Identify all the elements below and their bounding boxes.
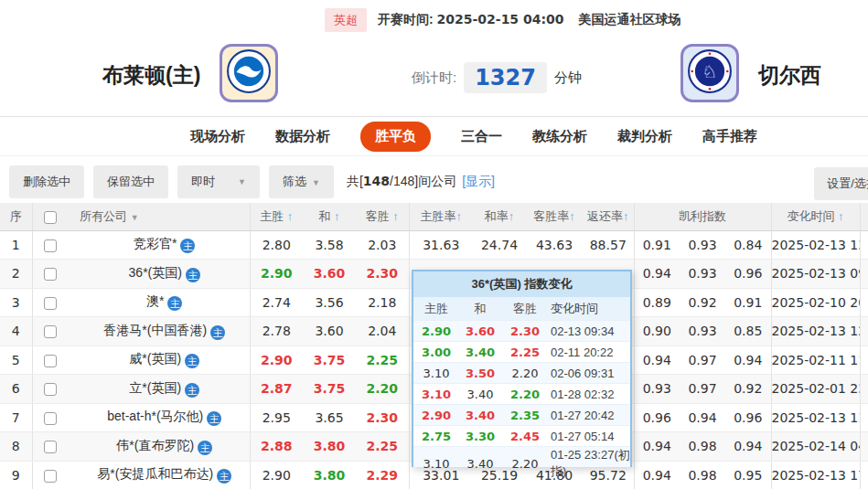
popup-history-row: 2.903.402.3501-27 20:42 xyxy=(413,404,630,425)
nav-tab-3[interactable]: 三合一 xyxy=(461,128,502,145)
company-name[interactable]: 立*(英国)主 xyxy=(69,375,250,404)
row-select-cell[interactable] xyxy=(32,288,69,317)
draw-odds[interactable]: 3.75 xyxy=(303,375,356,404)
popup-header-row: 主胜 和 客胜 变化时间 xyxy=(413,297,630,320)
away-odds[interactable]: 2.25 xyxy=(356,345,409,375)
nav-tab-5[interactable]: 裁判分析 xyxy=(617,128,672,145)
delete-selected-button[interactable]: 删除选中 xyxy=(9,165,84,198)
row-select-cell[interactable] xyxy=(32,403,69,432)
home-badge-icon: 主 xyxy=(207,411,221,426)
draw-odds[interactable]: 3.75 xyxy=(303,345,356,375)
header-away-win[interactable]: 客胜 ↑ xyxy=(356,203,409,230)
company-name[interactable]: 竞彩官*主 xyxy=(69,230,250,260)
company-name[interactable]: 36*(英国)主 xyxy=(69,260,250,289)
row-select-cell[interactable] xyxy=(32,230,69,260)
home-odds[interactable]: 2.87 xyxy=(250,375,303,404)
row-checkbox[interactable] xyxy=(44,383,57,396)
sort-asc-icon[interactable]: ↑ xyxy=(392,209,399,223)
sort-asc-icon[interactable]: ↑ xyxy=(334,209,340,223)
sort-asc-icon[interactable]: ↑ xyxy=(509,209,515,223)
popup-history-row: 3.103.402.2001-28 02:32 xyxy=(413,383,630,404)
countdown: 倒计时: 1327 分钟 xyxy=(412,62,582,93)
away-odds[interactable]: 2.04 xyxy=(356,317,409,346)
draw-odds[interactable]: 3.80 xyxy=(303,461,356,489)
change-time: 2025-02-13 09:34 xyxy=(771,260,860,289)
draw-odds[interactable]: 3.80 xyxy=(303,432,356,462)
home-odds[interactable]: 2.90 xyxy=(250,461,303,489)
away-odds[interactable]: 2.20 xyxy=(356,375,409,404)
kelly-3: 0.85 xyxy=(725,317,771,346)
draw-odds[interactable]: 3.60 xyxy=(303,260,356,289)
row-checkbox[interactable] xyxy=(44,268,57,281)
company-name[interactable]: 伟*(直布罗陀)主 xyxy=(69,432,250,462)
home-odds[interactable]: 2.90 xyxy=(250,260,303,289)
sort-asc-icon[interactable]: ↑ xyxy=(838,209,844,223)
nav-tab-4[interactable]: 教练分析 xyxy=(532,128,587,145)
popup-draw-odds: 3.40 xyxy=(459,409,501,422)
nav-tab-6[interactable]: 高手推荐 xyxy=(702,128,757,145)
header-draw[interactable]: 和 ↑ xyxy=(303,203,356,230)
company-name[interactable]: 威*(英国)主 xyxy=(69,345,250,375)
header-away-rate[interactable]: 客胜率↑ xyxy=(526,203,583,230)
sort-asc-icon[interactable]: ↑ xyxy=(456,209,463,223)
row-select-cell[interactable] xyxy=(32,317,69,346)
header-home-rate[interactable]: 主胜率↑ xyxy=(409,203,473,230)
row-checkbox[interactable] xyxy=(44,325,57,338)
away-odds[interactable]: 2.18 xyxy=(356,288,409,317)
nav-tab-1[interactable]: 数据分析 xyxy=(275,128,330,145)
row-number: 5 xyxy=(0,345,32,375)
home-odds[interactable]: 2.90 xyxy=(250,345,303,375)
kelly-1: 0.90 xyxy=(634,317,680,346)
header-draw-rate[interactable]: 和率↑ xyxy=(473,203,526,230)
row-select-cell[interactable] xyxy=(32,375,69,404)
odds-toolbar: 删除选中 保留选中 即时▼ 筛选▼ 共[148/148]间公司 [显示] 设置/… xyxy=(0,162,868,202)
row-select-cell[interactable] xyxy=(32,260,69,289)
row-select-cell[interactable] xyxy=(32,432,69,462)
row-checkbox[interactable] xyxy=(44,412,57,425)
away-odds[interactable]: 2.29 xyxy=(356,461,409,489)
company-name[interactable]: 易*(安提瓜和巴布达)主 xyxy=(69,461,250,489)
row-checkbox[interactable] xyxy=(44,470,57,483)
row-select-cell[interactable] xyxy=(32,461,69,489)
company-name[interactable]: bet-at-h*(马尔他)主 xyxy=(69,403,250,432)
draw-odds[interactable]: 3.58 xyxy=(303,230,356,260)
extra-cell xyxy=(860,345,868,375)
away-odds[interactable]: 2.25 xyxy=(356,432,409,462)
settings-select-button[interactable]: 设置/选择 xyxy=(814,167,868,200)
home-odds[interactable]: 2.80 xyxy=(250,230,303,260)
away-odds[interactable]: 2.03 xyxy=(356,230,409,260)
company-name[interactable]: 澳*主 xyxy=(69,288,250,317)
home-odds[interactable]: 2.78 xyxy=(250,317,303,346)
show-link[interactable]: [显示] xyxy=(462,174,495,190)
keep-selected-button[interactable]: 保留选中 xyxy=(93,165,168,198)
header-change-time[interactable]: 变化时间 ↑ xyxy=(771,203,860,230)
row-checkbox[interactable] xyxy=(44,239,57,252)
home-odds[interactable]: 2.74 xyxy=(250,288,303,317)
draw-odds[interactable]: 3.60 xyxy=(303,317,356,346)
companies-count-text: 共[148/148]间公司 xyxy=(347,174,456,190)
away-odds[interactable]: 2.30 xyxy=(356,403,409,432)
select-all-checkbox[interactable] xyxy=(44,211,57,224)
row-checkbox[interactable] xyxy=(44,441,57,453)
sort-asc-icon[interactable]: ↑ xyxy=(569,209,575,223)
away-odds[interactable]: 2.30 xyxy=(356,260,409,289)
draw-odds[interactable]: 3.56 xyxy=(303,288,356,317)
row-checkbox[interactable] xyxy=(44,355,57,367)
home-odds[interactable]: 2.88 xyxy=(250,432,303,462)
row-checkbox[interactable] xyxy=(44,297,57,310)
popup-home-odds: 2.90 xyxy=(413,324,459,338)
header-home-win[interactable]: 主胜 ↑ xyxy=(250,203,303,230)
header-select-all[interactable] xyxy=(32,203,69,230)
header-company[interactable]: 所有公司 ▼ xyxy=(69,203,250,230)
company-name[interactable]: 香港马*(中国香港)主 xyxy=(69,317,250,346)
row-select-cell[interactable] xyxy=(32,345,69,375)
home-odds[interactable]: 2.95 xyxy=(250,403,303,432)
sort-asc-icon[interactable]: ↑ xyxy=(287,209,294,223)
instant-select[interactable]: 即时▼ xyxy=(177,165,260,198)
header-return-rate[interactable]: 返还率↑ xyxy=(583,203,634,230)
nav-tab-2[interactable]: 胜平负 xyxy=(360,122,431,152)
filter-button[interactable]: 筛选▼ xyxy=(269,165,334,198)
draw-odds[interactable]: 3.65 xyxy=(303,403,356,432)
sort-asc-icon[interactable]: ↑ xyxy=(623,209,629,223)
nav-tab-0[interactable]: 现场分析 xyxy=(190,128,245,145)
